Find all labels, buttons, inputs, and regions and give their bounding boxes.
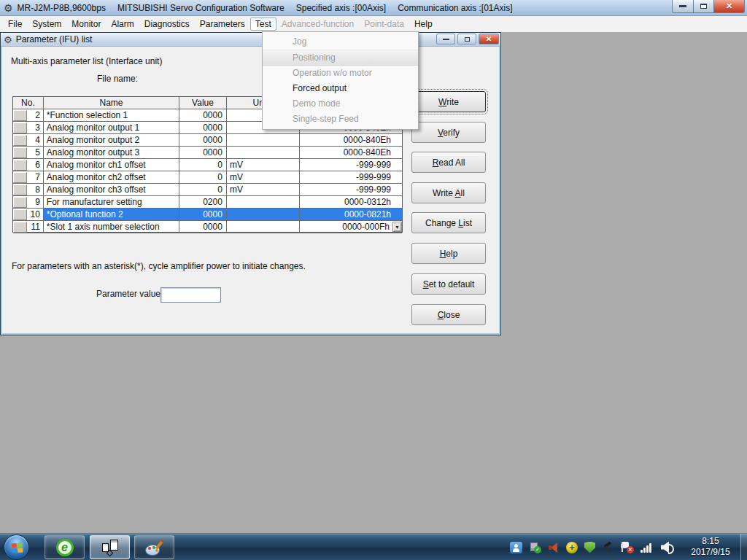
minimize-icon (443, 39, 449, 40)
parameter-value-input[interactable] (160, 287, 221, 303)
desktop: ⚙ MR-J2M-P8B,9600bps MITSUBISHI Servo Co… (0, 0, 747, 560)
start-button[interactable] (4, 534, 29, 560)
write-all-button[interactable]: Write All (411, 182, 486, 203)
minimize-icon (679, 5, 686, 7)
menubar-item-file[interactable]: File (3, 18, 27, 31)
close-button[interactable]: ✕ (713, 0, 745, 13)
taskbar: e + ✕ 8:15 2017/9/15 (0, 533, 747, 560)
show-desktop-button[interactable] (740, 534, 747, 560)
row-selector[interactable] (13, 160, 27, 171)
file-name-label: File name: (97, 74, 138, 84)
menu-item-operation-wo-motor: Operation w/o motor (263, 66, 418, 81)
menubar-item-test[interactable]: Test (250, 18, 276, 31)
set-to-default-button[interactable]: Set to default (411, 273, 486, 295)
row-selector[interactable] (13, 110, 27, 121)
tools-tray-icon[interactable] (602, 542, 614, 553)
error-badge: ✕ (627, 546, 634, 553)
main-window-controls: ✕ (672, 0, 745, 13)
table-row[interactable]: 11 *Slot 1 axis number selection 0000 00… (13, 221, 402, 233)
taskbar-servo-app-button[interactable] (90, 535, 130, 559)
close-icon: ✕ (726, 1, 732, 11)
menubar-item-point-data: Point-data (359, 18, 409, 31)
param-window-controls: ✕ (434, 34, 499, 44)
restore-icon (700, 4, 707, 9)
row-selector[interactable] (13, 222, 27, 233)
menu-item-single-step-feed: Single-step Feed (263, 112, 418, 127)
menubar-item-diagnostics[interactable]: Diagnostics (139, 18, 195, 31)
system-tray: + ✕ (510, 534, 676, 560)
test-menu: Jog Positioning Operation w/o motor Forc… (262, 31, 419, 130)
menubar-item-help[interactable]: Help (409, 18, 438, 31)
menubar-item-parameters[interactable]: Parameters (195, 18, 250, 31)
taskbar-paint-button[interactable] (134, 535, 174, 559)
row-selector[interactable] (13, 184, 27, 195)
clock-time: 8:15 (683, 536, 738, 547)
table-row[interactable]: 8 Analog monitor ch3 offset 0 mV -999-99… (13, 184, 402, 196)
servo-app-icon (101, 538, 120, 557)
network-signal-icon[interactable] (640, 542, 654, 553)
messenger-tray-icon[interactable] (510, 542, 522, 553)
verify-button[interactable]: Verify (411, 122, 486, 143)
usb-safely-remove-icon[interactable] (529, 542, 541, 553)
row-selector[interactable] (13, 122, 27, 133)
security-shield-icon[interactable] (584, 542, 595, 553)
taskbar-browser-button[interactable]: e (44, 535, 85, 559)
param-minimize-button[interactable] (436, 34, 455, 44)
menu-item-positioning: Positioning (263, 50, 418, 66)
help-button[interactable]: Help (411, 243, 486, 264)
menubar-item-alarm[interactable]: Alarm (106, 18, 139, 31)
browser-icon: e (56, 539, 74, 556)
menu-item-demo-mode: Demo mode (263, 96, 418, 112)
table-row[interactable]: 6 Analog monitor ch1 offset 0 mV -999-99… (13, 159, 402, 171)
read-all-button[interactable]: Read All (411, 152, 486, 173)
table-row[interactable]: 5 Analog monitor output 3 0000 0000-840E… (13, 147, 402, 159)
audio-manager-icon[interactable] (548, 542, 560, 553)
title-specified-axis: Specified axis :[00Axis] (296, 3, 386, 13)
table-row[interactable]: 7 Analog monitor ch2 offset 0 mV -999-99… (13, 171, 402, 184)
title-communication-axis: Communication axis :[01Axis] (398, 3, 512, 13)
paint-icon (145, 540, 164, 556)
title-app-name: MITSUBISHI Servo Configuration Software (117, 3, 285, 13)
updater-tray-icon[interactable]: + (566, 542, 578, 553)
param-window-title: Parameter (IFU) list (16, 34, 93, 44)
column-header-name: Name (44, 97, 179, 109)
row-selector[interactable] (13, 147, 27, 158)
chevron-down-icon: ▼ (395, 225, 400, 230)
column-header-no: No. (13, 97, 44, 109)
asterisk-note: For parameters with an asterisk(*), cycl… (12, 261, 306, 271)
title-connection: MR-J2M-P8B,9600bps (18, 3, 106, 13)
row-selector[interactable] (13, 135, 27, 146)
menubar-item-monitor[interactable]: Monitor (66, 18, 106, 31)
parameter-ifu-list-window: ⚙ Parameter (IFU) list ✕ Multi-axis para… (0, 32, 501, 335)
menubar: File System Monitor Alarm Diagnostics Pa… (0, 16, 747, 32)
menubar-item-system[interactable]: System (27, 18, 66, 31)
maximize-icon (465, 37, 470, 42)
menubar-item-advanced-function: Advanced-function (276, 18, 359, 31)
param-close-button[interactable]: ✕ (479, 34, 499, 44)
windows-logo-icon (10, 542, 23, 553)
clock-date: 2017/9/15 (683, 547, 738, 558)
parameter-value-label: Parameter value (96, 289, 160, 299)
menu-item-forced-output[interactable]: Forced output (263, 81, 418, 96)
row-selector[interactable] (13, 197, 27, 208)
row-selector[interactable] (13, 209, 27, 220)
table-row[interactable]: 9 For manufacturer setting 0200 0000-031… (13, 196, 402, 209)
param-window-titlebar[interactable]: ⚙ Parameter (IFU) list (1, 33, 500, 47)
write-button[interactable]: Write (411, 91, 486, 112)
app-icon: ⚙ (4, 3, 13, 13)
action-center-flag-icon[interactable]: ✕ (620, 542, 634, 553)
menu-item-jog: Jog (263, 34, 418, 50)
change-list-button[interactable]: Change List (411, 212, 486, 233)
row-selector[interactable] (13, 172, 27, 183)
restore-button[interactable] (693, 0, 714, 13)
scroll-down-button[interactable]: ▼ (392, 222, 402, 232)
minimize-button[interactable] (672, 0, 694, 13)
column-header-value: Value (179, 97, 227, 109)
table-row[interactable]: 4 Analog monitor output 2 0000 0000-840E… (13, 134, 402, 147)
param-maximize-button[interactable] (457, 34, 476, 44)
taskbar-clock[interactable]: 8:15 2017/9/15 (683, 536, 738, 558)
table-row-selected[interactable]: 10 *Optional function 2 0000 0000-0821h (13, 209, 402, 221)
close-list-button[interactable]: Close (411, 304, 486, 325)
volume-icon[interactable] (661, 542, 676, 553)
close-icon: ✕ (486, 35, 492, 43)
